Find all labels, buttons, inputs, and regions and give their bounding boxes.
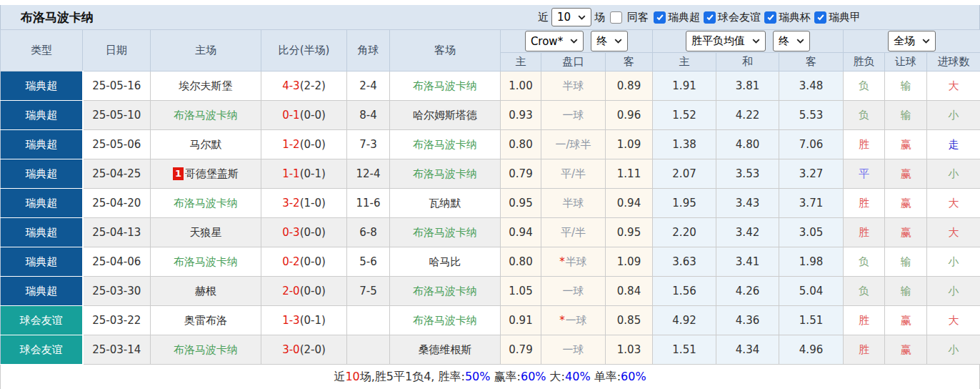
odds-away: 1.98 <box>779 247 844 277</box>
home-team-cell: 布洛马波卡纳 <box>151 101 261 130</box>
average-time-select[interactable]: 终 <box>773 31 810 51</box>
odds-home: 1.91 <box>653 72 716 101</box>
halftime-score: (1-0) <box>300 197 326 210</box>
home-team-name[interactable]: 布洛马波卡纳 <box>174 343 238 356</box>
ah-home-odds: 0.91 <box>501 306 541 335</box>
scope-select[interactable]: 全场 <box>888 31 936 51</box>
away-team-name[interactable]: 布洛马波卡纳 <box>413 314 477 327</box>
halftime-score: (2-0) <box>300 343 326 356</box>
home-team-name[interactable]: 赫根 <box>195 285 216 297</box>
result-handicap: 赢 <box>885 218 927 247</box>
col-header-type: 类型 <box>1 30 83 72</box>
match-date: 25-04-20 <box>83 189 151 218</box>
odds-home: 3.63 <box>653 247 716 277</box>
ah-away-odds: 1.11 <box>606 159 653 189</box>
subheader-goals: 进球数 <box>927 53 980 72</box>
ah-home-odds: 1.05 <box>501 277 541 306</box>
chevron-down-icon <box>570 39 578 44</box>
league-filter-checkbox[interactable] <box>704 11 716 24</box>
odds-home: 1.52 <box>653 101 716 130</box>
ah-away-odds: 0.96 <box>606 101 653 130</box>
home-team-cell: 布洛马波卡纳 <box>151 247 261 277</box>
halftime-score: (0-1) <box>300 167 326 180</box>
league-filter-checkbox[interactable] <box>764 11 776 24</box>
table-row: 瑞典超25-04-13天狼星0-3(0-0)6-8布洛马波卡纳0.94平/半0.… <box>1 218 980 247</box>
score-cell: 0-1(0-0) <box>261 101 347 130</box>
match-date: 25-04-25 <box>83 159 151 189</box>
odds-away: 3.27 <box>779 159 844 189</box>
chevron-down-icon <box>578 15 586 20</box>
home-team-cell: 奥雷布洛 <box>151 306 261 335</box>
matches-label: 场 <box>594 11 605 24</box>
away-team-name[interactable]: 布洛马波卡纳 <box>413 167 477 180</box>
corners-cell: 5-6 <box>347 247 390 277</box>
ah-line: 半球 <box>541 72 606 101</box>
away-team-name[interactable]: 哈尔姆斯塔德 <box>413 109 477 122</box>
away-team-cell: 布洛马波卡纳 <box>390 218 501 247</box>
home-team-name[interactable]: 天狼星 <box>190 226 222 239</box>
same-venue-checkbox[interactable] <box>610 11 622 24</box>
match-date: 25-05-16 <box>83 72 151 101</box>
home-team-cell: 马尔默 <box>151 130 261 159</box>
league-filter-checkbox[interactable] <box>814 11 826 24</box>
bookmaker-time-select[interactable]: 终 <box>591 31 628 51</box>
result-handicap: 赢 <box>885 159 927 189</box>
fulltime-score: 1-1 <box>282 167 300 180</box>
fulltime-score: 0-1 <box>282 109 300 122</box>
ah-line: *半球 <box>541 247 606 277</box>
result-wdl: 胜 <box>844 306 885 335</box>
halftime-score: (0-0) <box>300 226 326 239</box>
col-header-away: 客场 <box>390 30 501 72</box>
home-team-name[interactable]: 布洛马波卡纳 <box>174 197 238 210</box>
league-badge: 瑞典超 <box>1 72 83 101</box>
result-goals: 小 <box>927 159 980 189</box>
ah-home-odds: 0.93 <box>501 101 541 130</box>
home-team-name[interactable]: 奥雷布洛 <box>184 314 227 327</box>
recent-label: 近 <box>538 11 549 24</box>
table-row: 瑞典超25-04-251哥德堡盖斯1-1(0-1)12-4布洛马波卡纳0.79平… <box>1 159 980 189</box>
result-goals: 小 <box>927 247 980 277</box>
away-team-name[interactable]: 布洛马波卡纳 <box>413 79 477 92</box>
league-badge: 瑞典超 <box>1 130 83 159</box>
ah-home-odds: 0.80 <box>501 247 541 277</box>
result-handicap: 赢 <box>885 306 927 335</box>
chevron-down-icon <box>796 39 804 44</box>
away-team-name[interactable]: 哈马比 <box>429 255 461 268</box>
home-team-name[interactable]: 布洛马波卡纳 <box>174 109 238 122</box>
away-team-name[interactable]: 桑德维根斯 <box>419 343 472 356</box>
odds-away: 5.04 <box>779 277 844 306</box>
bookmaker-select[interactable]: Crow* <box>525 31 584 51</box>
league-filter-checkbox[interactable] <box>654 11 666 24</box>
recent-count-select[interactable]: 10 <box>551 8 591 26</box>
odds-draw: 3.53 <box>716 159 779 189</box>
result-handicap: 赢 <box>885 130 927 159</box>
home-team-name[interactable]: 布洛马波卡纳 <box>174 255 238 268</box>
summary-part: 10 <box>345 370 359 383</box>
odds-home: 2.07 <box>653 159 716 189</box>
halftime-score: (0-1) <box>300 314 326 327</box>
summary-part: 大: <box>546 370 565 383</box>
table-row: 瑞典超25-04-20布洛马波卡纳3-2(1-0)11-6瓦纳默0.95半球0.… <box>1 189 980 218</box>
ah-away-odds: 1.09 <box>606 247 653 277</box>
home-team-name[interactable]: 哥德堡盖斯 <box>185 167 239 180</box>
result-handicap: 输 <box>885 277 927 306</box>
result-wdl: 负 <box>844 247 885 277</box>
away-team-cell: 布洛马波卡纳 <box>390 306 501 335</box>
fulltime-score: 0-3 <box>282 226 300 239</box>
away-team-name[interactable]: 瓦纳默 <box>429 197 461 210</box>
ah-away-odds: 1.03 <box>606 335 653 365</box>
ah-line: 平/半 <box>541 159 606 189</box>
table-row: 球会友谊25-03-14布洛马波卡纳3-0(2-0)桑德维根斯0.79一球1.0… <box>1 335 980 365</box>
home-team-name[interactable]: 马尔默 <box>190 138 222 151</box>
odds-draw: 4.36 <box>716 306 779 335</box>
away-team-name[interactable]: 布洛马波卡纳 <box>413 138 477 151</box>
odds-away: 3.71 <box>779 189 844 218</box>
away-team-name[interactable]: 布洛马波卡纳 <box>413 226 477 239</box>
average-odds-select[interactable]: 胜平负均值 <box>686 31 766 51</box>
chevron-down-icon <box>752 39 760 44</box>
subheader-handicap-result: 让球 <box>885 53 927 72</box>
odds-draw: 3.43 <box>716 189 779 218</box>
score-cell: 1-3(0-1) <box>261 306 347 335</box>
home-team-name[interactable]: 埃尔夫斯堡 <box>179 79 233 92</box>
away-team-name[interactable]: 布洛马波卡纳 <box>413 285 477 297</box>
